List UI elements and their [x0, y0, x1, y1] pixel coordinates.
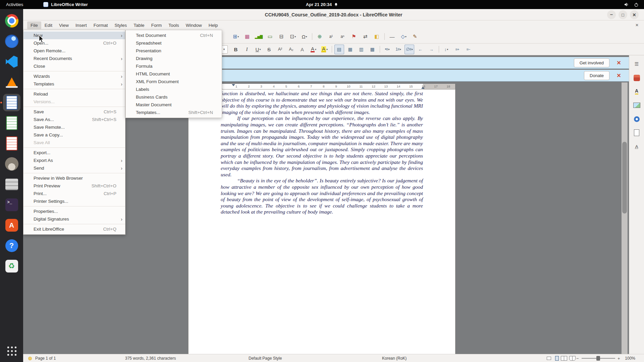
- new-html-document[interactable]: HTML Document: [126, 70, 222, 78]
- decrease-paragraph-spacing-button[interactable]: ≡−: [464, 45, 473, 54]
- toolbar-button[interactable]: [439, 46, 439, 53]
- file-menu-send[interactable]: Send ›: [23, 164, 125, 172]
- file-menu-item[interactable]: [23, 205, 125, 207]
- align-center-button[interactable]: ▦: [345, 45, 355, 54]
- file-menu-print-preview[interactable]: Print Preview Shift+Ctrl+O: [23, 182, 125, 190]
- toolbar-button[interactable]: [332, 46, 332, 53]
- italic-button[interactable]: I: [242, 45, 252, 54]
- activities-button[interactable]: Activities: [0, 0, 29, 9]
- get-involved-button[interactable]: Get involved: [574, 58, 609, 67]
- unordered-list-button[interactable]: •≡▾: [382, 45, 392, 54]
- file-menu-open-remote[interactable]: Open Remote...: [23, 47, 125, 55]
- file-menu-wizards[interactable]: Wizards ›: [23, 72, 125, 80]
- menu-edit[interactable]: Edit: [41, 21, 56, 29]
- first-line-indent-marker[interactable]: [232, 84, 235, 86]
- file-menu-item[interactable]: [23, 146, 125, 149]
- chrome-launcher[interactable]: [3, 12, 20, 29]
- terminal-launcher[interactable]: [3, 196, 20, 214]
- insert-chart-button[interactable]: ▂▅▇: [254, 32, 264, 42]
- sidebar-settings-button[interactable]: [632, 59, 642, 69]
- menu-insert[interactable]: Insert: [72, 21, 90, 29]
- new-presentation[interactable]: Presentation: [126, 47, 222, 55]
- toolbar-button[interactable]: [380, 46, 380, 53]
- new-templates[interactable]: Templates... Shift+Ctrl+N: [126, 109, 222, 116]
- text-language-status[interactable]: Korean (RoK): [382, 354, 407, 362]
- focused-app-indicator[interactable]: LibreOffice Writer: [43, 2, 88, 7]
- clear-formatting-button[interactable]: A: [298, 45, 307, 54]
- file-menu-versions[interactable]: Versions...: [23, 98, 125, 106]
- gimp-launcher[interactable]: [3, 155, 20, 173]
- insert-footnote-button[interactable]: a¹: [326, 32, 336, 42]
- underline-button[interactable]: U▾: [253, 45, 263, 54]
- subscript-button[interactable]: A₂: [286, 45, 296, 54]
- file-menu-export-as[interactable]: Export As ›: [23, 157, 125, 164]
- zoom-in-icon[interactable]: +: [618, 354, 620, 362]
- multi-page-view-icon[interactable]: [561, 356, 567, 361]
- new-drawing[interactable]: Drawing: [126, 55, 222, 62]
- new-master-document[interactable]: Master Document: [126, 101, 222, 109]
- infobar-close-icon[interactable]: [615, 72, 622, 79]
- file-menu-save-as[interactable]: Save As... Shift+Ctrl+S: [23, 116, 125, 123]
- superscript-button[interactable]: A²: [275, 45, 285, 54]
- file-menu-item[interactable]: [23, 106, 125, 108]
- insert-bookmark-button[interactable]: ⚑: [349, 32, 359, 42]
- document-page[interactable]: function is disturbed, we hallucinate an…: [189, 89, 455, 354]
- file-menu-save-a-copy[interactable]: Save a Copy...: [23, 131, 125, 139]
- align-left-button[interactable]: ▤: [334, 45, 344, 54]
- gallery-button[interactable]: [632, 101, 642, 110]
- selection-mode-icon[interactable]: [547, 354, 551, 362]
- file-menu-close[interactable]: Close: [23, 62, 125, 70]
- insert-field-button[interactable]: ⊡▾: [288, 32, 298, 42]
- new-labels[interactable]: Labels: [126, 85, 222, 93]
- ordered-list-button[interactable]: 1≡▾: [393, 45, 403, 54]
- close-window-button[interactable]: [630, 10, 639, 19]
- file-menu-item[interactable]: [23, 223, 125, 225]
- menu-format[interactable]: Format: [90, 21, 111, 29]
- menu-view[interactable]: View: [56, 21, 72, 29]
- files-launcher[interactable]: [3, 176, 20, 193]
- file-menu-item[interactable]: [23, 88, 125, 90]
- file-menu-new[interactable]: New ›: [23, 32, 125, 39]
- file-menu-printer-settings[interactable]: Printer Settings...: [23, 197, 125, 205]
- file-menu-save-remote[interactable]: Save Remote...: [23, 123, 125, 131]
- insert-textbox-button[interactable]: ▭: [265, 32, 275, 42]
- infobar-close-icon[interactable]: [615, 59, 622, 66]
- donate-button[interactable]: Donate: [584, 71, 609, 80]
- file-menu-reload[interactable]: Reload: [23, 90, 125, 98]
- vertical-scrollbar[interactable]: [622, 82, 628, 354]
- increase-paragraph-spacing-button[interactable]: ≡+: [452, 45, 462, 54]
- new-formula[interactable]: Formula: [126, 62, 222, 70]
- menu-tools[interactable]: Tools: [165, 21, 182, 29]
- new-text-document[interactable]: Text Document Ctrl+N: [126, 32, 222, 39]
- zoom-slider[interactable]: [582, 354, 615, 362]
- hyperlink-button[interactable]: ⊕: [315, 32, 325, 42]
- software-launcher[interactable]: [3, 217, 20, 234]
- zoom-slider-thumb[interactable]: [596, 356, 600, 361]
- basic-shapes-button[interactable]: ◇▾: [399, 32, 409, 42]
- decrease-indent-button[interactable]: ←: [416, 45, 425, 54]
- file-menu-recent-documents[interactable]: Recent Documents ›: [23, 55, 125, 62]
- toolbar-button[interactable]: [312, 33, 312, 40]
- file-menu-save-all[interactable]: Save All: [23, 139, 125, 146]
- vlc-launcher[interactable]: [3, 73, 20, 91]
- line-spacing-button[interactable]: ↕▾: [441, 45, 451, 54]
- horizontal-ruler[interactable]: 123456789101112131415161718: [189, 84, 455, 89]
- bold-button[interactable]: B: [231, 45, 241, 54]
- vscode-launcher[interactable]: [3, 53, 20, 70]
- page-number-status[interactable]: Page 1 of 1: [35, 354, 56, 362]
- file-menu-preview-web[interactable]: Preview in Web Browser: [23, 174, 125, 182]
- clock-menu[interactable]: Apr 21 20:34: [306, 2, 338, 7]
- menu-table[interactable]: Table: [130, 21, 148, 29]
- file-menu-properties[interactable]: Properties...: [23, 207, 125, 215]
- font-color-button[interactable]: A▾: [309, 45, 318, 54]
- system-tray[interactable]: [624, 0, 644, 9]
- title-bar[interactable]: CCHU9045_Course_Outline_2019-20.docx - L…: [23, 9, 644, 20]
- strikethrough-button[interactable]: S: [264, 45, 274, 54]
- file-menu-print[interactable]: Print... Ctrl+P: [23, 190, 125, 197]
- file-menu-digital-signatures[interactable]: Digital Signatures ›: [23, 215, 125, 223]
- app-grid-button[interactable]: [3, 342, 20, 359]
- insert-table-button[interactable]: ⊞▾: [231, 32, 241, 42]
- writer-launcher[interactable]: [3, 94, 20, 111]
- file-menu-exit[interactable]: Exit LibreOffice Ctrl+Q: [23, 225, 125, 233]
- styles-button[interactable]: [632, 87, 642, 96]
